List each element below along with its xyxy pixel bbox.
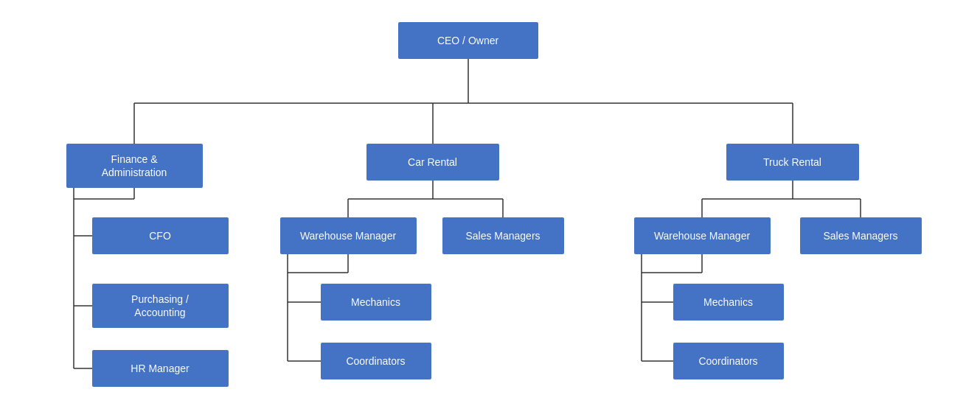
truck-rental-box: Truck Rental — [726, 144, 859, 181]
car-rental-box: Car Rental — [366, 144, 499, 181]
car-coordinators-box: Coordinators — [321, 343, 431, 379]
car-sales-box: Sales Managers — [442, 217, 564, 254]
finance-box: Finance &Administration — [66, 144, 203, 188]
car-warehouse-box: Warehouse Manager — [280, 217, 417, 254]
cfo-box: CFO — [92, 217, 229, 254]
ceo-box: CEO / Owner — [398, 22, 538, 59]
purchasing-box: Purchasing /Accounting — [92, 284, 229, 328]
truck-warehouse-box: Warehouse Manager — [634, 217, 771, 254]
car-mechanics-box: Mechanics — [321, 284, 431, 321]
hr-box: HR Manager — [92, 350, 229, 387]
truck-sales-box: Sales Managers — [800, 217, 922, 254]
truck-coordinators-box: Coordinators — [673, 343, 784, 379]
org-chart: CEO / Owner Finance &Administration Car … — [18, 7, 962, 413]
truck-mechanics-box: Mechanics — [673, 284, 784, 321]
